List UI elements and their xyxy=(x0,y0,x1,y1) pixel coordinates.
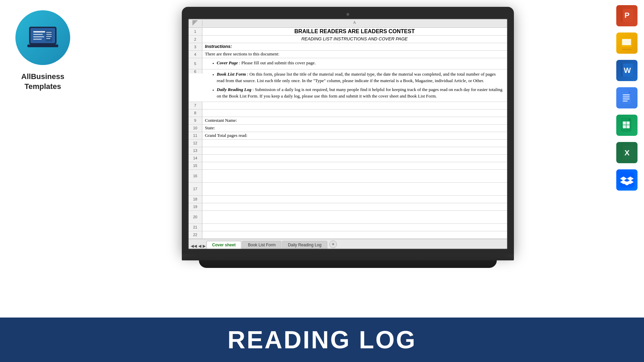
dropbox-svg xyxy=(619,172,634,188)
laptop-base xyxy=(182,254,514,260)
row-number: 10 xyxy=(189,125,202,132)
row-content: Contestant Name: xyxy=(202,117,507,124)
row-number: 2 xyxy=(189,36,202,43)
excel-svg: X xyxy=(620,145,634,160)
table-row: 2 READING LIST INSTRUCTIONS AND COVER PA… xyxy=(189,36,507,43)
svg-marker-12 xyxy=(192,20,198,26)
svg-rect-18 xyxy=(622,39,631,45)
sheet-tabs-bar: ◀◀ ◀ ▶ Cover sheet Book List Form Daily … xyxy=(189,239,507,249)
nav-prev-icon[interactable]: ◀ xyxy=(198,244,201,249)
row-number: 20 xyxy=(189,211,202,223)
table-row: 15 xyxy=(189,162,507,170)
bullet-dot: • xyxy=(213,87,214,94)
tab-daily-reading-log[interactable]: Daily Reading Log xyxy=(282,241,327,249)
svg-rect-21 xyxy=(622,49,632,50)
col-a-header: A xyxy=(202,20,507,26)
laptop-screen: A 1 BRAILLE READERS ARE LEADERS CONTEST … xyxy=(188,18,508,249)
row-content: There are three sections to this documen… xyxy=(202,51,507,58)
add-sheet-button[interactable]: + xyxy=(329,241,337,248)
tab-book-list-form[interactable]: Book List Form xyxy=(242,241,281,249)
powerpoint-svg: P xyxy=(620,8,634,23)
cell-value: READING LIST INSTRUCTIONS AND COVER PAGE xyxy=(301,36,408,41)
row-number: 4 xyxy=(189,51,202,58)
svg-rect-28 xyxy=(623,96,630,98)
cell-value: Book List Form : On this form, please li… xyxy=(217,71,504,84)
row-content xyxy=(202,147,507,154)
laptop-container: A 1 BRAILLE READERS ARE LEADERS CONTEST … xyxy=(182,7,514,268)
row-number: 22 xyxy=(189,231,202,238)
table-row: 22 xyxy=(189,231,507,239)
dropbox-icon[interactable] xyxy=(616,169,637,191)
svg-text:X: X xyxy=(624,148,630,157)
word-svg: W xyxy=(620,63,634,78)
row-content xyxy=(202,211,507,223)
row-number: 11 xyxy=(189,132,202,139)
row-content xyxy=(202,102,507,109)
row-number: 15 xyxy=(189,162,202,169)
word-icon[interactable]: W xyxy=(616,60,637,81)
sheets-svg xyxy=(620,118,634,133)
svg-text:W: W xyxy=(624,66,631,75)
cell-value: Grand Total pages read: xyxy=(205,133,248,138)
corner-arrow-icon xyxy=(192,20,198,26)
svg-rect-2 xyxy=(33,31,45,33)
bullet-item: • Book List Form : On this form, please … xyxy=(213,71,504,84)
table-row: 18 xyxy=(189,196,507,203)
powerpoint-icon[interactable]: P xyxy=(616,5,637,26)
sheet-navigation: ◀◀ ◀ ▶ xyxy=(191,244,206,249)
cell-value: Daily Reading Log : Submission of a dail… xyxy=(217,86,504,100)
table-row: 17 xyxy=(189,183,507,196)
row-number: 3 xyxy=(189,43,202,50)
table-row: 16 xyxy=(189,170,507,183)
table-row: 19 xyxy=(189,203,507,211)
row-content: • Book List Form : On this form, please … xyxy=(202,69,507,102)
laptop-body: A 1 BRAILLE READERS ARE LEADERS CONTEST … xyxy=(182,7,514,254)
brand-name: AllBusiness Templates xyxy=(21,72,64,91)
row-content xyxy=(202,140,507,147)
excel-icon[interactable]: X xyxy=(616,142,637,163)
row-content xyxy=(202,109,507,117)
laptop-foot xyxy=(199,260,497,268)
center-area: A 1 BRAILLE READERS ARE LEADERS CONTEST … xyxy=(86,0,610,318)
google-docs-icon[interactable] xyxy=(616,87,637,108)
table-row: 7 xyxy=(189,102,507,109)
row-number: 19 xyxy=(189,203,202,210)
tab-cover-sheet[interactable]: Cover sheet xyxy=(206,241,242,249)
row-content: READING LIST INSTRUCTIONS AND COVER PAGE xyxy=(202,36,507,43)
table-row: 3 Instructions: xyxy=(189,43,507,51)
cell-value: Cover Page : Please fill out and submit … xyxy=(217,60,316,66)
google-slides-icon[interactable] xyxy=(616,33,637,54)
svg-text:P: P xyxy=(624,11,630,20)
right-sidebar: P W xyxy=(610,0,644,318)
spreadsheet: A 1 BRAILLE READERS ARE LEADERS CONTEST … xyxy=(189,19,507,249)
bullet-item: • Daily Reading Log : Submission of a da… xyxy=(213,86,504,100)
bullet-dot: • xyxy=(213,60,214,67)
bullet-item: • Cover Page : Please fill out and submi… xyxy=(213,60,316,67)
main-area: AllBusiness Templates xyxy=(0,0,644,318)
row-number: 13 xyxy=(189,147,202,154)
svg-rect-4 xyxy=(33,36,44,37)
row-number: 8 xyxy=(189,109,202,117)
table-row: 10 State: xyxy=(189,125,507,132)
cell-value: BRAILLE READERS ARE LEADERS CONTEST xyxy=(294,28,415,35)
table-row: 8 xyxy=(189,109,507,117)
google-sheets-icon[interactable] xyxy=(616,115,637,136)
nav-first-icon[interactable]: ◀◀ xyxy=(191,244,197,249)
table-row: 12 xyxy=(189,140,507,147)
svg-rect-7 xyxy=(46,32,52,33)
cell-value: Contestant Name: xyxy=(205,118,237,123)
logo-circle xyxy=(15,10,70,65)
row-content xyxy=(202,224,507,231)
laptop-logo-icon xyxy=(26,25,60,51)
svg-rect-11 xyxy=(27,44,58,47)
nav-next-icon[interactable]: ▶ xyxy=(203,244,206,249)
row-content xyxy=(202,155,507,162)
row-number: 21 xyxy=(189,224,202,231)
row-number: 16 xyxy=(189,170,202,182)
table-row: 5 • Cover Page : Please fill out and sub… xyxy=(189,58,507,69)
table-row: 14 xyxy=(189,155,507,162)
row-content xyxy=(202,183,507,195)
banner-text: READING LOG xyxy=(227,326,416,354)
table-row: 6 • Book List Form : On this form, pleas… xyxy=(189,69,507,102)
table-row: 9 Contestant Name: xyxy=(189,117,507,125)
